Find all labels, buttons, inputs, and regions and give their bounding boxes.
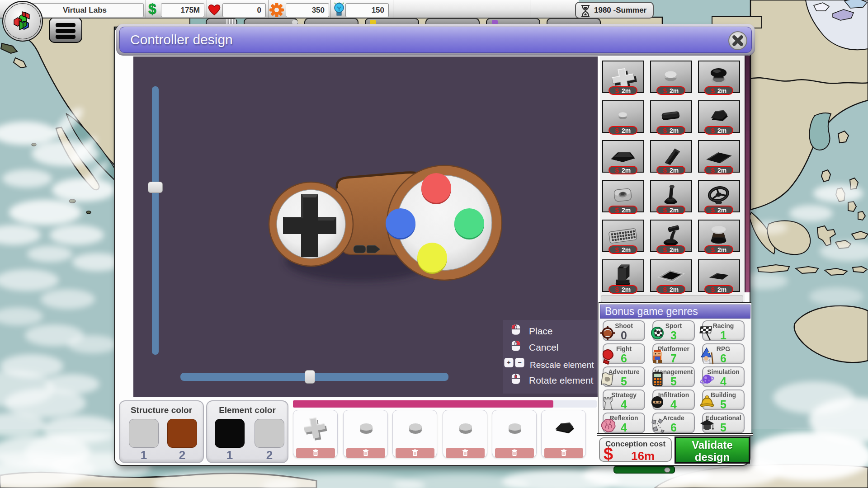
svg-text:+: +: [507, 359, 510, 366]
svg-text:−: −: [518, 359, 521, 366]
